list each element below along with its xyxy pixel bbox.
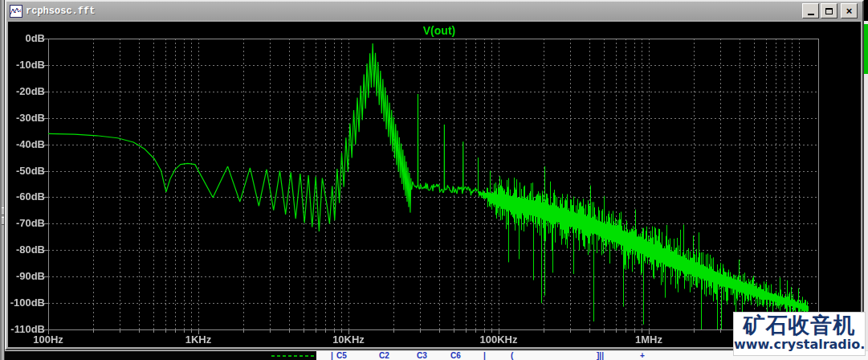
- y-tick-label: -30dB: [8, 112, 45, 124]
- maximize-icon: [825, 8, 833, 14]
- minimize-button[interactable]: [802, 3, 819, 18]
- ltspice-waveform-icon: [10, 5, 22, 18]
- background-trace-fragment: [271, 355, 323, 357]
- schematic-label: C3: [417, 351, 427, 360]
- plot-client-area: V(out) 0dB-10dB-20dB-30dB-40dB-50dB-60dB…: [8, 22, 861, 347]
- schematic-label: C6: [450, 351, 461, 360]
- background-trace-sliver: [864, 24, 868, 74]
- x-tick-label: 100KHz: [471, 333, 527, 346]
- schematic-label: ]||: [597, 351, 604, 360]
- close-icon: ×: [846, 6, 853, 16]
- x-tick-label: 1KHz: [170, 333, 226, 346]
- y-tick-label: -70dB: [8, 217, 45, 229]
- close-button[interactable]: ×: [841, 3, 858, 18]
- watermark: 矿石收音机 www.crystalradio.cn: [733, 312, 866, 356]
- background-dark-pane: [5, 351, 316, 360]
- schematic-label: C2: [379, 351, 389, 360]
- titlebar[interactable]: rcphsosc.fft ×: [6, 2, 862, 20]
- schematic-label: (: [511, 351, 513, 360]
- schematic-label: C5: [336, 351, 347, 360]
- schematic-label: |: [331, 351, 333, 360]
- watermark-url: www.crystalradio.cn: [734, 338, 865, 352]
- y-tick-label: -80dB: [8, 243, 45, 256]
- maximize-button[interactable]: [821, 3, 837, 18]
- x-tick-label: 1MHz: [621, 333, 677, 346]
- schematic-label: +: [640, 351, 645, 360]
- splitter-groove[interactable]: [2, 207, 4, 215]
- fft-plot-canvas[interactable]: [8, 22, 861, 347]
- window-title: rcphsosc.fft: [26, 6, 95, 17]
- y-tick-label: -40dB: [8, 138, 45, 150]
- x-tick-label: 10KHz: [320, 333, 377, 346]
- x-tick-label: 100Hz: [20, 333, 76, 346]
- schematic-label: |: [483, 351, 486, 360]
- y-tick-label: 0dB: [8, 32, 45, 44]
- fft-plot-window: rcphsosc.fft × V(out) 0dB-10dB-20dB-30dB…: [5, 0, 864, 350]
- y-tick-label: -20dB: [8, 85, 45, 97]
- y-tick-label: -50dB: [8, 165, 45, 177]
- y-tick-label: -60dB: [8, 190, 45, 202]
- watermark-chinese-text: 矿石收音机: [734, 313, 865, 338]
- plot-title: V(out): [385, 24, 494, 37]
- y-tick-label: -10dB: [8, 59, 45, 71]
- y-tick-label: -100dB: [8, 297, 45, 309]
- splitter-groove[interactable]: [2, 217, 4, 225]
- y-tick-label: -90dB: [8, 270, 45, 282]
- minimize-icon: [808, 14, 814, 15]
